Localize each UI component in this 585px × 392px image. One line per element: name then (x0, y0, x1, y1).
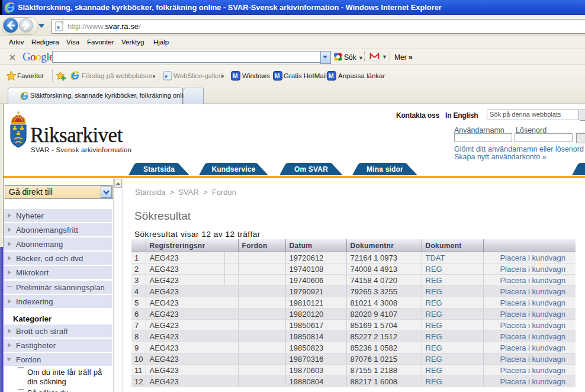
svg-text:M: M (275, 72, 280, 79)
svg-text:M: M (233, 72, 238, 79)
svg-text:e: e (165, 72, 168, 79)
svg-text:e: e (57, 23, 60, 30)
svg-text:M: M (329, 72, 334, 79)
